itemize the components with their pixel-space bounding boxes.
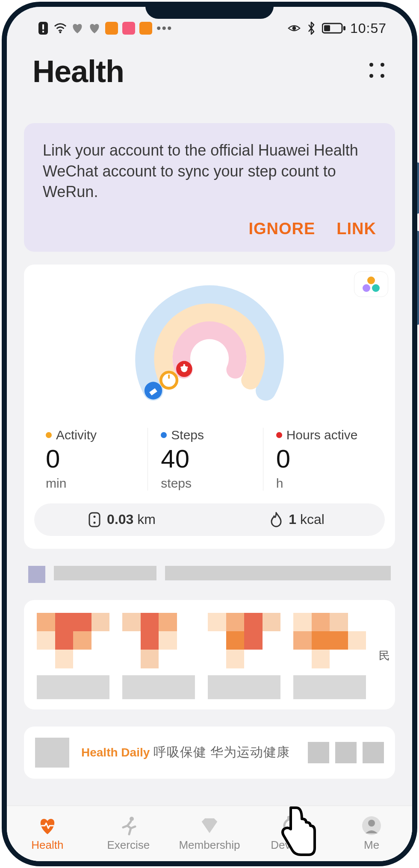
app-screen: ••• 10:57 Health [7,7,412,861]
rings-settings-button[interactable] [354,271,388,297]
redacted-trailing [308,742,384,763]
svg-point-3 [59,31,62,33]
battery-icon [322,22,346,35]
status-left: ••• [37,21,173,35]
banner-text: Link your account to the official Huawei… [43,140,376,203]
banner-actions: IGNORE LINK [43,220,376,238]
redacted-section-header [24,566,395,583]
svg-point-24 [368,820,375,827]
more-menu-button[interactable] [369,63,387,80]
person-icon [361,815,382,836]
metrics-row: Activity 0 min Steps 40 steps Hours acti… [34,419,385,503]
calories-summary: 1 kcal [210,512,385,527]
page-header: Health [7,37,412,97]
nav-label: Me [364,839,379,852]
svg-point-13 [161,372,177,388]
phone-notch [145,6,274,19]
phone-frame: ••• 10:57 Health [2,2,417,866]
redacted-thumbnail [35,738,69,768]
wifi-icon [54,22,67,35]
metric-unit: steps [161,476,263,491]
summary-bar[interactable]: 0.03 km 1 kcal [34,503,385,536]
metric-activity[interactable]: Activity 0 min [41,428,148,491]
metric-hours-active[interactable]: Hours active 0 h [263,428,378,491]
nav-devices[interactable]: Devices [250,806,331,861]
redacted-more: 民 [379,648,390,663]
page-title: Health [32,54,124,89]
status-right: 10:57 [288,21,387,36]
svg-rect-16 [89,513,100,527]
metric-unit: min [46,476,148,491]
metric-steps[interactable]: Steps 40 steps [148,428,263,491]
activity-rings-card[interactable]: Activity 0 min Steps 40 steps Hours acti… [24,265,395,549]
metric-value: 0 [46,444,148,474]
runner-icon [118,815,139,836]
distance-unit: km [137,512,156,527]
svg-point-17 [94,515,96,518]
svg-rect-1 [42,24,44,29]
nav-exercise[interactable]: Exercise [88,806,169,861]
app-tile-icon [139,22,152,35]
dot-icon [161,432,167,438]
svg-point-9 [181,366,187,372]
feed-text: 呼吸保健 华为运动健康 [153,745,290,759]
nav-label: Membership [179,839,240,852]
dot-icon [276,432,282,438]
nav-membership[interactable]: Membership [169,806,250,861]
link-account-banner: Link your account to the official Huawei… [24,123,395,252]
bluetooth-icon [305,22,318,35]
redacted-tile[interactable] [208,613,280,699]
watch-icon [280,815,301,836]
metric-label: Steps [171,428,204,442]
redacted-tile[interactable] [37,613,109,699]
metric-label: Hours active [286,428,358,442]
link-button[interactable]: LINK [336,220,376,238]
rings-color-icon [363,277,380,292]
calories-unit: kcal [300,512,325,527]
svg-point-22 [284,819,297,832]
nav-health[interactable]: Health [7,806,88,861]
metric-unit: h [276,476,378,491]
calories-value: 1 [289,512,296,527]
status-more-icon: ••• [156,21,173,35]
dot-icon [46,432,52,438]
redacted-tiles-card[interactable]: 民 [24,600,395,709]
heart-icon [37,815,58,836]
bottom-nav: Health Exercise Membership Devices [7,806,412,861]
svg-rect-10 [183,364,185,367]
flame-icon [270,512,283,527]
route-icon [88,512,101,527]
metric-label: Activity [56,428,97,442]
health-daily-pill: Health Daily [80,744,151,761]
distance-value: 0.03 [107,512,133,527]
heart-outline-icon [88,22,101,35]
scroll-content[interactable]: Link your account to the official Huawei… [7,97,412,806]
redacted-tile[interactable] [122,613,195,699]
svg-rect-7 [324,25,330,31]
eye-icon [288,22,301,35]
activity-rings [34,275,385,419]
feed-card[interactable]: Health Daily 呼吸保健 华为运动健康 [24,727,395,779]
distance-summary: 0.03 km [34,512,210,527]
nav-me[interactable]: Me [331,806,412,861]
app-tile-icon [122,22,135,35]
nav-label: Health [31,839,63,852]
nav-label: Devices [271,839,310,852]
metric-value: 40 [161,444,263,474]
sim-alert-icon [37,22,50,35]
svg-point-4 [292,26,296,30]
nav-label: Exercise [107,839,150,852]
app-tile-icon [105,22,118,35]
diamond-icon [199,815,220,836]
svg-point-18 [94,521,96,524]
svg-rect-2 [42,31,44,32]
ignore-button[interactable]: IGNORE [248,220,315,238]
svg-point-19 [130,817,134,821]
heart-outline-icon [71,22,84,35]
metric-value: 0 [276,444,378,474]
svg-rect-14 [168,374,170,378]
redacted-tile[interactable] [293,613,366,699]
svg-rect-6 [343,26,345,30]
status-time: 10:57 [350,21,387,36]
